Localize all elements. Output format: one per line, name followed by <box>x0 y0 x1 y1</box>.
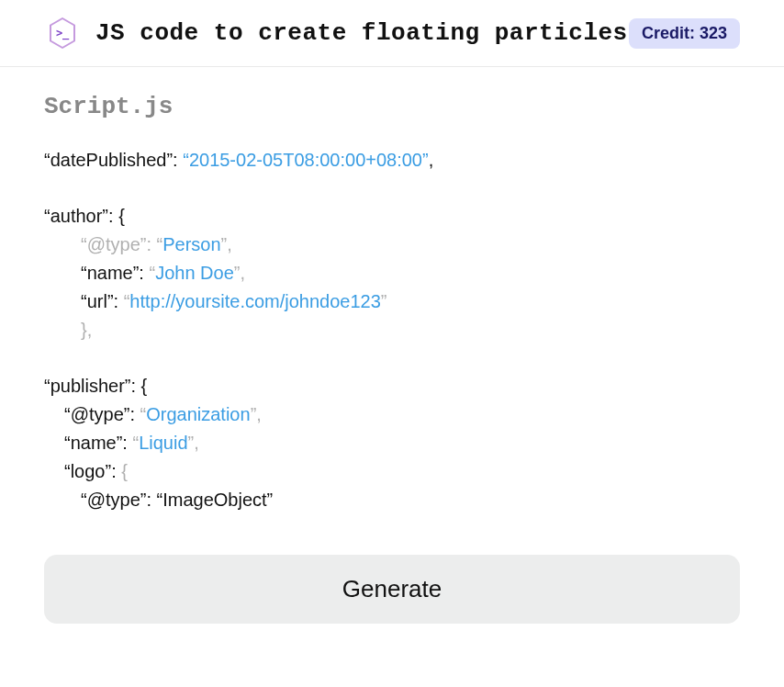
svg-text:_: _ <box>62 27 70 40</box>
comma: , <box>256 404 262 424</box>
code-line: “url”: “http://yoursite.com/johndoe123” <box>44 287 740 316</box>
code-line: “@type”: “ImageObject” <box>44 486 740 514</box>
code-value-org: Organization <box>146 404 250 424</box>
code-line: “author”: { <box>44 202 740 231</box>
code-key: “@type” <box>81 234 146 254</box>
code-value-date: “2015-02-05T08:00:00+08:00” <box>183 150 428 170</box>
code-line: “name”: “Liquid”, <box>44 429 740 457</box>
comma: , <box>429 150 434 170</box>
code-line: }, <box>44 316 740 344</box>
code-key: “datePublished”: <box>44 150 178 170</box>
code-value-person: Person <box>162 234 220 254</box>
code-line: “datePublished”: “2015-02-05T08:00:00+08… <box>44 146 740 175</box>
app-logo-icon: > _ <box>44 15 81 51</box>
code-block: “datePublished”: “2015-02-05T08:00:00+08… <box>44 146 740 514</box>
code-key: “url”: <box>81 291 124 311</box>
code-value-name: John Doe <box>155 263 234 283</box>
code-value-liquid: Liquid <box>139 433 187 453</box>
code-key: “@type”: <box>64 404 140 424</box>
code-key-author: “author”: { <box>44 206 125 226</box>
code-line: “name”: “John Doe”, <box>44 259 740 287</box>
blank-line <box>44 344 740 372</box>
page-title: JS code to create floating particles <box>95 19 628 47</box>
code-key-publisher: “publisher”: { <box>44 376 147 396</box>
code-line: “publisher”: { <box>44 372 740 400</box>
code-key: “name”: <box>64 433 132 453</box>
open-brace: { <box>121 461 128 481</box>
code-key: “logo”: <box>64 461 121 481</box>
credit-badge: Credit: 323 <box>629 18 740 49</box>
colon: : <box>146 234 156 254</box>
quote: ” <box>381 291 387 311</box>
main-content: Script.js “datePublished”: “2015-02-05T0… <box>0 67 784 624</box>
comma: , <box>240 263 245 283</box>
comma: , <box>227 234 232 254</box>
file-name-heading: Script.js <box>44 93 740 120</box>
code-line: “logo”: { <box>44 457 740 486</box>
code-value-url: http://yoursite.com/johndoe123 <box>129 291 381 311</box>
code-line: “@type”: “Person”, <box>44 231 740 259</box>
code-line: “@type”: “Organization”, <box>44 400 740 429</box>
closing-brace: }, <box>81 320 92 340</box>
blank-line <box>44 175 740 202</box>
comma: , <box>194 433 199 453</box>
code-key-imageobject: “@type”: “ImageObject” <box>81 490 273 510</box>
header-bar: > _ JS code to create floating particles… <box>0 0 784 67</box>
header-left: > _ JS code to create floating particles <box>44 15 628 51</box>
generate-button[interactable]: Generate <box>44 555 740 624</box>
code-key: “name”: <box>81 263 149 283</box>
